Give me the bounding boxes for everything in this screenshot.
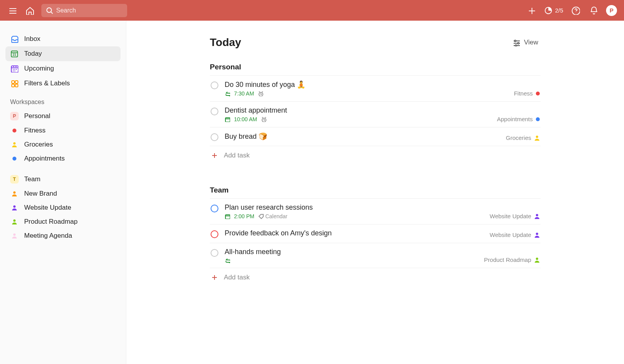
task-list-personal: Do 30 minutes of yoga 🧘 7:30 AM Fitness — [210, 75, 541, 146]
add-task-button[interactable]: Add task — [210, 146, 541, 165]
task-row[interactable]: Dentist appointment 10:00 AM Appointment… — [210, 102, 541, 127]
sidebar-item-roadmap[interactable]: Product Roadmap — [5, 215, 121, 229]
workspace-badge: P — [10, 112, 19, 120]
sidebar-item-appointments[interactable]: Appointments — [5, 152, 121, 166]
workspace-team[interactable]: T Team — [5, 172, 121, 187]
sidebar-item-label: Inbox — [24, 35, 41, 43]
sidebar-item-fitness[interactable]: Fitness — [5, 124, 121, 138]
task-checkbox[interactable] — [211, 108, 218, 115]
inbox-icon — [11, 35, 18, 43]
sidebar-item-newbrand[interactable]: New Brand — [5, 187, 121, 201]
task-list-team: Plan user research sessions 2:00 PM Cale… — [210, 198, 541, 268]
svg-point-22 — [536, 136, 538, 138]
sidebar-item-label: Meeting Agenda — [24, 232, 72, 240]
person-icon — [12, 233, 17, 239]
home-button[interactable] — [24, 5, 35, 16]
sidebar-item-label: Filters & Labels — [24, 80, 70, 87]
workspace-label: Team — [24, 175, 41, 183]
workspace-label: Personal — [24, 112, 50, 120]
workspace-personal[interactable]: P Personal — [5, 109, 121, 124]
person-icon — [534, 257, 540, 263]
svg-point-18 — [515, 45, 517, 46]
task-row[interactable]: All-hands meeting Product Roadmap — [210, 243, 541, 268]
task-project: Fitness — [514, 90, 533, 97]
search-icon — [46, 7, 53, 14]
task-checkbox[interactable] — [211, 81, 218, 89]
view-button[interactable]: View — [510, 37, 541, 48]
home-icon — [25, 6, 34, 15]
task-project: Appointments — [497, 116, 533, 122]
page-title: Today — [210, 36, 241, 49]
view-label: View — [524, 39, 538, 46]
task-time: 10:00 AM — [234, 116, 257, 122]
bell-icon — [589, 6, 598, 15]
sidebar-item-label: Today — [24, 50, 42, 58]
sidebar-item-today[interactable]: 21 Today — [5, 46, 121, 61]
svg-point-16 — [514, 40, 516, 42]
svg-rect-9 — [12, 84, 14, 87]
task-project: Website Update — [490, 231, 531, 238]
add-button[interactable] — [526, 5, 537, 16]
menu-button[interactable] — [7, 5, 18, 16]
task-title: Do 30 minutes of yoga 🧘 — [225, 80, 508, 89]
task-checkbox[interactable] — [211, 133, 218, 141]
task-title: Dentist appointment — [225, 106, 491, 115]
task-checkbox[interactable] — [211, 205, 218, 212]
svg-point-14 — [13, 219, 16, 222]
svg-rect-7 — [12, 81, 14, 83]
task-time: 2:00 PM — [234, 213, 254, 219]
task-title: Buy bread 🍞 — [225, 132, 500, 141]
sidebar-item-filters[interactable]: Filters & Labels — [5, 76, 121, 91]
add-task-button[interactable]: Add task — [210, 268, 541, 287]
person-icon — [534, 135, 540, 141]
person-icon — [12, 191, 17, 196]
avatar[interactable]: P — [606, 5, 617, 16]
task-title: All-hands meeting — [225, 248, 478, 256]
task-row[interactable]: Do 30 minutes of yoga 🧘 7:30 AM Fitness — [210, 76, 541, 102]
upcoming-icon — [11, 65, 18, 72]
task-row[interactable]: Buy bread 🍞 Groceries — [210, 127, 541, 146]
sidebar-item-upcoming[interactable]: Upcoming — [5, 61, 121, 76]
task-checkbox[interactable] — [211, 230, 218, 238]
svg-point-15 — [13, 233, 16, 236]
section-title-personal: Personal — [210, 63, 541, 71]
task-project: Groceries — [506, 134, 531, 141]
progress-indicator[interactable]: 2/5 — [544, 6, 563, 15]
notifications-button[interactable] — [588, 5, 599, 16]
person-icon — [534, 214, 540, 219]
color-dot — [12, 157, 16, 161]
add-task-label: Add task — [224, 274, 250, 281]
svg-point-12 — [13, 191, 16, 194]
sidebar: Inbox 21 Today Upcoming Filters & Labels… — [0, 21, 126, 364]
task-row[interactable]: Provide feedback on Amy's design Website… — [210, 224, 541, 243]
sidebar-item-label: Product Roadmap — [24, 218, 78, 226]
sidebar-item-groceries[interactable]: Groceries — [5, 138, 121, 152]
task-row[interactable]: Plan user research sessions 2:00 PM Cale… — [210, 199, 541, 224]
today-icon: 21 — [11, 50, 18, 58]
search-input[interactable] — [56, 7, 115, 14]
task-checkbox[interactable] — [211, 249, 218, 257]
search-box[interactable] — [41, 4, 127, 17]
sidebar-item-label: Upcoming — [24, 65, 54, 72]
repeat-icon — [225, 91, 230, 96]
svg-rect-10 — [15, 84, 18, 87]
sidebar-item-website[interactable]: Website Update — [5, 201, 121, 215]
task-time: 7:30 AM — [234, 90, 254, 97]
help-button[interactable] — [570, 5, 581, 16]
svg-rect-23 — [225, 215, 230, 219]
workspaces-heading: Workspaces — [5, 91, 121, 109]
task-title: Plan user research sessions — [225, 203, 484, 212]
main: Today View Personal Do 30 minutes of yog… — [126, 21, 624, 364]
sidebar-item-inbox[interactable]: Inbox — [5, 32, 121, 46]
person-icon — [12, 142, 17, 147]
help-icon — [571, 6, 580, 15]
plus-icon — [527, 6, 536, 15]
sidebar-item-agenda[interactable]: Meeting Agenda — [5, 229, 121, 243]
calendar-icon — [225, 214, 230, 219]
svg-point-24 — [536, 214, 538, 216]
task-title: Provide feedback on Amy's design — [225, 229, 484, 237]
sidebar-item-label: Website Update — [24, 204, 71, 212]
calendar-icon — [225, 117, 230, 122]
project-dot — [536, 92, 540, 95]
svg-rect-20 — [225, 118, 230, 122]
